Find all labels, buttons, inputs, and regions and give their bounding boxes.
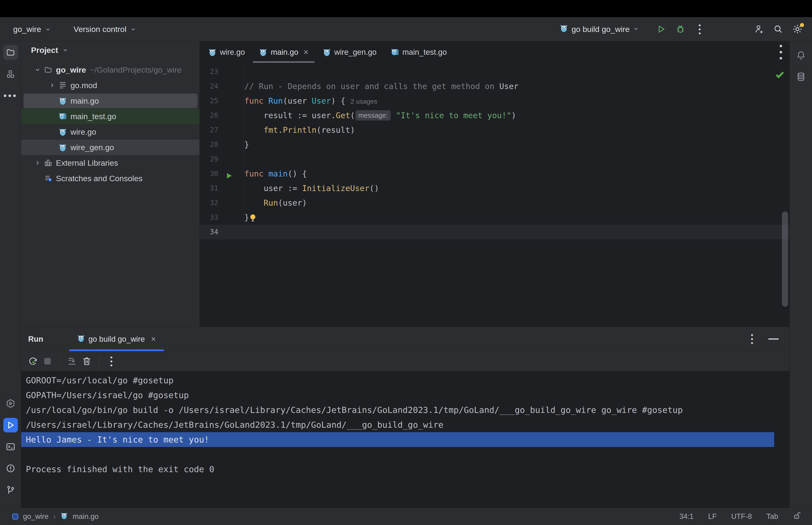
gutter-line-number[interactable]: 24 <box>200 79 243 93</box>
rerun-button[interactable] <box>27 355 39 367</box>
services-toolwindow-button[interactable] <box>3 396 18 411</box>
code-line-33[interactable]: 33} <box>200 210 790 225</box>
caret-position-widget[interactable]: 34:1 <box>679 512 693 521</box>
gutter-line-number[interactable]: 29 <box>200 152 243 166</box>
tree-item-external-libraries[interactable]: External Libraries <box>21 155 199 170</box>
code-line-29[interactable]: 29 <box>200 152 790 166</box>
close-icon[interactable]: × <box>304 47 308 57</box>
tree-item-main-go[interactable]: main.go <box>21 93 199 108</box>
git-toolwindow-button[interactable] <box>3 483 18 497</box>
status-widgets: 34:1LFUTF-8Tab <box>679 511 802 522</box>
code-token-plain: ( <box>350 111 355 120</box>
problems-toolwindow-button[interactable] <box>3 461 18 476</box>
structure-toolwindow-button[interactable] <box>3 67 18 81</box>
project-widget-label: go_wire <box>13 25 41 34</box>
run-toolwindow-button[interactable] <box>3 418 18 432</box>
go-file-icon <box>58 127 67 136</box>
gutter-line-number[interactable]: 23 <box>200 64 243 79</box>
tree-item-wire-go[interactable]: wire.go <box>21 124 199 139</box>
gutter-line-number[interactable]: 26 <box>200 108 243 123</box>
status-breadcrumb[interactable]: go_wire › main.go <box>12 512 99 521</box>
breadcrumb-file: main.go <box>73 512 98 521</box>
code-line-32[interactable]: 32 Run(user) <box>200 196 790 210</box>
run-console-tab-label: go build go_wire <box>88 335 145 344</box>
code-line-23[interactable]: 23 <box>200 64 790 79</box>
run-console-tab[interactable]: go build go_wire × <box>69 327 164 351</box>
close-icon[interactable]: × <box>151 334 156 344</box>
code-line-31[interactable]: 31 user := InitializeUser() <box>200 181 790 196</box>
gutter-line-number[interactable]: 25 <box>200 93 243 108</box>
gutter-line-number[interactable]: 28 <box>200 137 243 152</box>
intention-bulb-icon[interactable] <box>249 212 256 227</box>
project-toolwindow-button[interactable] <box>3 45 18 60</box>
code-editor[interactable]: 2324// Run - Depends on user and calls t… <box>200 63 790 327</box>
gutter-line-number[interactable]: 30 <box>200 166 243 181</box>
hide-panel-button[interactable] <box>768 339 779 340</box>
code-line-26[interactable]: 26 result := user.Get(message: "It's nic… <box>200 108 790 123</box>
editor-tab-wire-gen-go[interactable]: wire_gen.go <box>316 41 384 63</box>
indent-widget[interactable]: Tab <box>766 512 778 521</box>
code-token-plain <box>391 111 396 120</box>
scroll-to-end-button[interactable] <box>66 355 78 367</box>
run-console-output[interactable]: GOROOT=/usr/local/go #gosetupGOPATH=/Use… <box>21 371 790 508</box>
tab-options-button[interactable]: ••• <box>779 43 790 61</box>
tree-item-go-wire[interactable]: go_wire~/GolandProjects/go_wire <box>21 62 199 77</box>
gutter-line-number[interactable]: 32 <box>200 196 243 210</box>
terminal-toolwindow-button[interactable] <box>3 439 18 454</box>
vcs-widget[interactable]: Version control <box>74 24 136 34</box>
editor-tab-main-go[interactable]: main.go× <box>252 41 315 63</box>
database-toolwindow-button[interactable] <box>794 70 808 84</box>
clear-console-button[interactable] <box>81 355 93 367</box>
chevron-right-icon[interactable] <box>47 82 57 89</box>
gutter-line-number[interactable]: 27 <box>200 123 243 137</box>
code-line-25[interactable]: 25func Run(user User) {2 usages <box>200 93 790 108</box>
gomod-icon <box>58 81 67 90</box>
code-line-30[interactable]: 30func main() { <box>200 166 790 181</box>
code-line-24[interactable]: 24// Run - Depends on user and calls the… <box>200 79 790 93</box>
code-line-28[interactable]: 28} <box>200 137 790 152</box>
line-separator-widget[interactable]: LF <box>708 512 717 521</box>
code-line-34[interactable]: 34 <box>200 225 790 239</box>
stop-button[interactable] <box>41 355 53 367</box>
tree-item-scratches-and-consoles[interactable]: Scratches and Consoles <box>21 170 199 186</box>
editor-tab-bar: wire.gomain.go×wire_gen.gomain_test.go •… <box>200 41 790 63</box>
chevron-right-icon[interactable] <box>32 160 43 166</box>
code-line-text: func Run(user User) {2 usages <box>243 93 377 108</box>
run-panel-options-button[interactable]: ••• <box>751 333 753 345</box>
tree-item-wire-gen-go[interactable]: wire_gen.go <box>21 139 199 155</box>
editor-tab-main-test-go[interactable]: main_test.go <box>384 41 454 63</box>
gutter-line-number[interactable]: 31 <box>200 181 243 196</box>
inspections-ok-icon[interactable] <box>775 69 785 81</box>
notifications-button[interactable] <box>794 48 808 62</box>
code-with-me-button[interactable] <box>752 22 765 36</box>
code-line-27[interactable]: 27 fmt.Println(result) <box>200 123 790 137</box>
run-panel-header: Run go build go_wire × ••• <box>21 327 790 351</box>
console-more-options-button[interactable]: ••• <box>105 355 118 367</box>
chevron-down-icon[interactable] <box>32 66 43 73</box>
tree-item-label: go_wire <box>56 65 86 75</box>
code-line-text: } <box>243 210 256 225</box>
more-toolwindows-button[interactable]: ••• <box>3 88 18 103</box>
editor-scrollbar[interactable] <box>782 211 788 307</box>
goland-window: go_wire Version control go build go_wire <box>0 0 812 525</box>
search-everywhere-button[interactable] <box>771 22 785 36</box>
chevron-down-icon <box>45 25 51 34</box>
run-button[interactable] <box>655 22 668 36</box>
more-actions-button[interactable]: ••• <box>693 22 706 36</box>
gutter-line-number[interactable]: 33 <box>200 210 243 225</box>
run-configuration-selector[interactable]: go build go_wire <box>560 24 639 34</box>
gutter-line-number[interactable]: 34 <box>200 225 243 239</box>
kebab-menu-icon: ••• <box>699 23 701 35</box>
editor-tab-wire-go[interactable]: wire.go <box>201 41 252 63</box>
settings-button[interactable] <box>791 22 804 36</box>
project-color-icon <box>12 513 18 520</box>
tree-item-go-mod[interactable]: go.mod <box>21 77 199 93</box>
project-widget[interactable]: go_wire <box>13 24 51 34</box>
writable-lock-icon[interactable] <box>793 511 802 522</box>
stop-icon <box>44 358 51 364</box>
project-panel-header[interactable]: Project <box>21 41 199 59</box>
encoding-widget[interactable]: UTF-8 <box>731 512 752 521</box>
debug-button[interactable] <box>674 22 687 36</box>
settings-notification-badge <box>800 23 804 27</box>
tree-item-main-test-go[interactable]: main_test.go <box>21 108 199 124</box>
